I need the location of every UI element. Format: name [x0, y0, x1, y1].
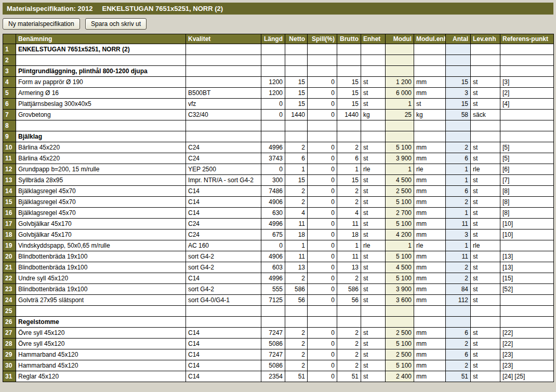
cell-benamning: Reglar 45x120	[16, 371, 186, 382]
cell-referens-punkt: [5]	[500, 142, 554, 153]
cell-modul-enh	[414, 55, 446, 66]
new-materialspec-button[interactable]: Ny materialspecifikation	[3, 18, 80, 30]
cell-modul: 1	[386, 164, 414, 175]
cell-enhet	[361, 317, 386, 328]
cell-modul	[386, 66, 414, 77]
cell-netto	[285, 306, 308, 317]
cell-modul: 5 100	[386, 273, 414, 284]
table-row: 15Bjälklagsregel 45x70C144906202st5 100m…	[3, 197, 554, 208]
cell-modul-enh	[414, 44, 446, 55]
cell-referens-punkt: [4]	[500, 99, 554, 110]
row-number: 21	[3, 262, 16, 273]
cell-enhet: st	[361, 360, 386, 371]
cell-modul: 1	[386, 240, 414, 251]
cell-netto: 15	[285, 99, 308, 110]
cell-enhet: st	[361, 251, 386, 262]
cell-enhet: st	[361, 295, 386, 306]
table-row: 1ENKELSTUGAN 7651x5251, NORR (2)	[3, 44, 554, 55]
cell-langd: 0	[261, 99, 285, 110]
cell-modul-enh	[414, 306, 446, 317]
cell-netto: 11	[285, 251, 308, 262]
cell-langd: 603	[261, 262, 285, 273]
cell-kvalitet	[186, 120, 261, 131]
cell-lev-enh: st	[471, 229, 500, 240]
cell-referens-punkt: [10]	[500, 229, 554, 240]
cell-modul	[386, 317, 414, 328]
cell-referens-punkt: [7]	[500, 175, 554, 186]
cell-kvalitet	[186, 77, 261, 88]
cell-benamning: Grovbetong	[16, 110, 186, 120]
cell-kvalitet: sort G4-2	[186, 262, 261, 273]
cell-kvalitet: sort G4-2	[186, 251, 261, 262]
cell-modul-enh: mm	[414, 284, 446, 295]
cell-spill	[308, 131, 337, 142]
cell-kvalitet: B500BT	[186, 88, 261, 99]
cell-kvalitet	[186, 317, 261, 328]
cell-enhet: rle	[361, 240, 386, 251]
cell-langd	[261, 306, 285, 317]
cell-spill: 0	[308, 77, 337, 88]
cell-antal: 15	[446, 99, 471, 110]
save-and-print-button[interactable]: Spara och skriv ut	[85, 18, 147, 30]
cell-langd	[261, 120, 285, 131]
cell-modul-enh: kg	[414, 110, 446, 120]
cell-antal: 112	[446, 295, 471, 306]
cell-referens-punkt: [5]	[500, 153, 554, 164]
cell-benamning: Blindbottenbräda 19x100	[16, 251, 186, 262]
cell-netto: 2	[285, 273, 308, 284]
cell-langd: 630	[261, 208, 285, 219]
cell-antal: 1	[446, 164, 471, 175]
cell-langd: 4906	[261, 197, 285, 208]
cell-enhet: st	[361, 339, 386, 349]
cell-referens-punkt	[500, 120, 554, 131]
cell-modul-enh: rle	[414, 164, 446, 175]
cell-benamning: ENKELSTUGAN 7651x5251, NORR (2)	[16, 44, 186, 55]
cell-langd	[261, 317, 285, 328]
cell-brutto: 2	[337, 142, 361, 153]
cell-netto: 2	[285, 197, 308, 208]
cell-brutto: 4	[337, 208, 361, 219]
cell-modul-enh: mm	[414, 88, 446, 99]
cell-lev-enh: st	[471, 197, 500, 208]
cell-kvalitet: C14	[186, 371, 261, 382]
cell-referens-punkt	[500, 44, 554, 55]
cell-modul-enh: mm	[414, 349, 446, 360]
cell-spill: 0	[308, 197, 337, 208]
row-number: 8	[3, 120, 16, 131]
cell-kvalitet: C24	[186, 142, 261, 153]
cell-spill: 0	[308, 164, 337, 175]
cell-brutto: 56	[337, 295, 361, 306]
cell-spill: 0	[308, 328, 337, 339]
cell-modul: 5 100	[386, 219, 414, 229]
table-row: 7GrovbetongC32/400144001440kg25kg58säck	[3, 110, 554, 120]
cell-referens-punkt: [24] [25]	[500, 371, 554, 382]
cell-modul: 3 900	[386, 153, 414, 164]
row-number: 11	[3, 153, 16, 164]
cell-enhet: st	[361, 284, 386, 295]
cell-antal: 15	[446, 77, 471, 88]
cell-langd	[261, 131, 285, 142]
cell-brutto: 15	[337, 77, 361, 88]
cell-modul: 25	[386, 110, 414, 120]
cell-enhet	[361, 44, 386, 55]
cell-lev-enh	[471, 317, 500, 328]
page-title-project: ENKELSTUGAN 7651x5251, NORR (2)	[102, 5, 223, 12]
cell-langd	[261, 66, 285, 77]
table-row: 28Övre syll 45x120C145086202st5 100mm2st…	[3, 339, 554, 349]
cell-enhet: st	[361, 208, 386, 219]
cell-langd	[261, 44, 285, 55]
cell-enhet: st	[361, 197, 386, 208]
column-header-referens-punkt: Referens-punkt	[500, 34, 554, 44]
cell-antal: 11	[446, 219, 471, 229]
cell-brutto: 2	[337, 186, 361, 197]
cell-lev-enh: st	[471, 251, 500, 262]
cell-referens-punkt: [8]	[500, 186, 554, 197]
cell-antal: 2	[446, 360, 471, 371]
cell-brutto	[337, 66, 361, 77]
cell-spill: 0	[308, 273, 337, 284]
cell-brutto	[337, 120, 361, 131]
cell-spill	[308, 66, 337, 77]
cell-enhet: st	[361, 328, 386, 339]
row-number: 24	[3, 295, 16, 306]
cell-modul	[386, 131, 414, 142]
